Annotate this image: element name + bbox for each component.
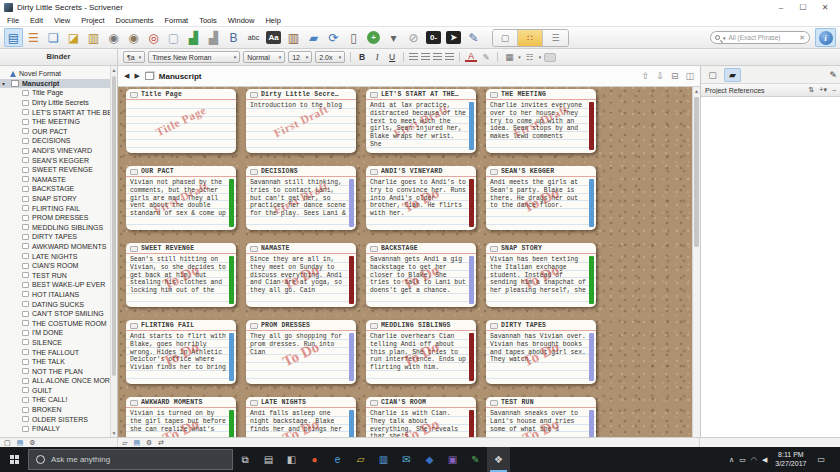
add-document-icon[interactable]: ▢ xyxy=(4,438,11,447)
binder-item[interactable]: THE FALLOUT xyxy=(0,347,110,357)
maximize-button[interactable]: ☐ xyxy=(792,1,814,14)
gear-icon[interactable]: ⚙ xyxy=(29,438,35,447)
cabinet-icon[interactable]: ▥ xyxy=(284,28,303,47)
binder-item[interactable]: BEST WAKE-UP EVER xyxy=(0,280,110,290)
index-card-icon[interactable]: ▤ xyxy=(133,438,140,447)
display-icon[interactable]: ▭ xyxy=(739,456,746,464)
references-tab-icon[interactable]: ▰ xyxy=(724,68,741,82)
underline-button[interactable]: U xyxy=(386,52,398,62)
index-card[interactable]: ANDI'S VINEYARD Charlie goes to Andi's t… xyxy=(366,166,476,230)
target-icon[interactable]: ◎ xyxy=(144,28,163,47)
index-card[interactable]: SEAN'S KEGGER Andi meets the girls at Se… xyxy=(486,166,596,230)
align-justify-icon[interactable] xyxy=(445,53,454,61)
prev-document-icon[interactable]: ⇧ xyxy=(642,71,650,81)
task-view-icon[interactable]: ⧉ xyxy=(233,447,257,472)
binder-item[interactable]: BACKSTAGE xyxy=(0,184,110,194)
binder-item[interactable]: DIRTY TAPES xyxy=(0,232,110,242)
index-card[interactable]: Dirty Little Secre… Introduction to the … xyxy=(246,89,356,153)
binder-item[interactable]: PROM DRESSES xyxy=(0,213,110,223)
card-synopsis[interactable]: Andi at lax practice, distracted because… xyxy=(366,101,476,153)
line-spacing-select[interactable]: 2.0x▾ xyxy=(315,51,345,63)
menu-window[interactable]: Window xyxy=(228,16,255,25)
menu-view[interactable]: View xyxy=(54,16,70,25)
card-synopsis[interactable]: Sean's still hitting on Vivian, so she d… xyxy=(126,255,236,307)
bar-chart-icon[interactable]: ▟ xyxy=(184,28,203,47)
next-document-icon[interactable]: ⇩ xyxy=(656,71,664,81)
volume-icon[interactable]: ◀ xyxy=(762,456,767,464)
font-style-select[interactable]: Normal▾ xyxy=(243,51,285,63)
binder-item[interactable]: FINALLY xyxy=(0,424,110,434)
italic-button[interactable]: I xyxy=(371,52,383,62)
taskbar-app-icon[interactable]: ◧ xyxy=(280,447,303,472)
card-synopsis[interactable]: Vivian not phased by the comments, but t… xyxy=(126,178,236,230)
view-mode-outline[interactable]: ☰ xyxy=(543,30,568,46)
comment-icon[interactable] xyxy=(544,53,556,62)
binder-item[interactable]: ALL ALONE ONCE MORE xyxy=(0,376,110,386)
split-horizontal-icon[interactable]: ⊟ xyxy=(671,71,679,81)
binder-item[interactable]: GUILT xyxy=(0,386,110,396)
index-card[interactable]: Title Page Title Page xyxy=(126,89,236,153)
index-card[interactable]: SNAP STORY Vivian has been texting the I… xyxy=(486,243,596,307)
menu-help[interactable]: Help xyxy=(265,16,280,25)
card-synopsis[interactable]: Andi starts to flirt with Blake, goes ho… xyxy=(126,332,236,384)
index-card[interactable]: LATE NIGHTS Andi falls asleep one night … xyxy=(246,397,356,437)
binder-item[interactable]: Title Page xyxy=(0,88,110,98)
dictionary-icon[interactable]: Aa xyxy=(264,28,283,47)
index-card[interactable]: SWEET REVENGE Sean's still hitting on Vi… xyxy=(126,243,236,307)
menu-file[interactable]: File xyxy=(7,16,19,25)
hidden-icons-icon[interactable]: ∧ xyxy=(729,456,734,464)
card-synopsis[interactable]: Savannah gets Andi a gig backstage to ge… xyxy=(366,255,476,307)
barrier-icon[interactable]: ▥ xyxy=(84,28,103,47)
editor-breadcrumb[interactable]: Manuscript xyxy=(159,72,202,81)
binder-item[interactable]: HOT ITALIANS xyxy=(0,290,110,300)
outline-chart-icon[interactable]: ▟ xyxy=(204,28,223,47)
view-mode-corkboard[interactable]: ∷ xyxy=(518,30,543,46)
card-synopsis[interactable]: Vivian is turned on by the girl tapes bu… xyxy=(126,409,236,437)
binder-item[interactable]: CIAN'S ROOM xyxy=(0,261,110,271)
card-synopsis[interactable]: Andi meets the girls at Sean's party. Bl… xyxy=(486,178,596,230)
project-search-input[interactable]: ▾ All (Exact Phrase) ✕ xyxy=(710,31,810,44)
binder-item[interactable]: SEAN'S KEGGER xyxy=(0,155,110,165)
menu-tools[interactable]: Tools xyxy=(199,16,217,25)
scroll-down-icon[interactable]: ▼ xyxy=(111,429,117,437)
binder-item[interactable]: NOT THE PLAN xyxy=(0,366,110,376)
binder-item[interactable]: LET'S START AT THE BEGINNING xyxy=(0,107,110,117)
index-card[interactable]: LET'S START AT THE… Andi at lax practice… xyxy=(366,89,476,153)
binder-item[interactable]: DECISIONS xyxy=(0,136,110,146)
action-center-icon[interactable]: ▭ xyxy=(814,455,828,464)
menu-documents[interactable]: Documents xyxy=(116,16,154,25)
binder-item[interactable]: Dirty Little Secrets xyxy=(0,98,110,108)
notebook-icon[interactable]: ▤ xyxy=(17,438,24,447)
index-card[interactable]: THE MEETING Charlie invites everyone ove… xyxy=(486,89,596,153)
binder-item[interactable]: THE TALK xyxy=(0,357,110,367)
view-mode-document[interactable]: ▢ xyxy=(493,30,518,46)
start-button[interactable] xyxy=(0,447,28,472)
add-caret-icon[interactable]: ▾ xyxy=(384,28,403,47)
card-synopsis[interactable]: Savannah sneaks over to Lani's house and… xyxy=(486,409,596,437)
pen-icon[interactable]: ✎ xyxy=(829,70,837,80)
align-right-icon[interactable] xyxy=(433,53,442,61)
table-button[interactable]: ▦ xyxy=(503,52,515,62)
card-synopsis[interactable]: Since they are all in, they meet on Sund… xyxy=(246,255,356,307)
card-synopsis[interactable]: Andi falls asleep one night backstage. B… xyxy=(246,409,356,437)
binder-item[interactable]: MEDDLING SIBLINGS xyxy=(0,223,110,233)
taskbar-edge-icon[interactable]: e xyxy=(326,447,349,472)
card-synopsis[interactable]: Savannah still thinking, tries to contac… xyxy=(246,178,356,230)
align-center-icon[interactable] xyxy=(421,53,430,61)
list-button[interactable]: ☷ xyxy=(524,52,536,62)
clear-search-icon[interactable]: ✕ xyxy=(799,34,805,42)
inspector-toggle-button[interactable]: i xyxy=(815,28,836,47)
camera-icon[interactable]: ◉ xyxy=(124,28,143,47)
truck-icon[interactable]: ◪ xyxy=(64,28,83,47)
card-synopsis[interactable]: Charlie is with Cian. They talk about ev… xyxy=(366,409,476,437)
card-synopsis[interactable]: Charlie goes to Andi's to try to convinc… xyxy=(366,178,476,230)
card-synopsis[interactable]: Savannah has Vivian over. Vivian has bro… xyxy=(486,332,596,384)
split-vertical-icon[interactable]: ◫ xyxy=(685,71,694,81)
remove-reference-button[interactable]: − xyxy=(832,87,836,94)
sync-icon[interactable]: ⟳ xyxy=(324,28,343,47)
cortana-search-input[interactable]: Ask me anything xyxy=(28,449,233,470)
index-card[interactable]: FLIRTING FAIL Andi starts to flirt with … xyxy=(126,320,236,384)
index-card[interactable]: DIRTY TAPES Savannah has Vivian over. Vi… xyxy=(486,320,596,384)
sort-references-icon[interactable]: ⇅ xyxy=(808,86,814,94)
index-card[interactable]: DECISIONS Savannah still thinking, tries… xyxy=(246,166,356,230)
